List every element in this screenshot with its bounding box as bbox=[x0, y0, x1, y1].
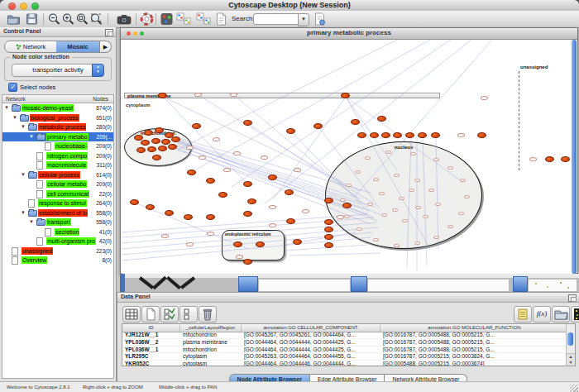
graph-node-small[interactable] bbox=[447, 225, 453, 228]
graph-node-white[interactable] bbox=[481, 96, 488, 100]
graph-node-orange[interactable] bbox=[151, 138, 160, 144]
graph-node-white[interactable] bbox=[199, 155, 206, 160]
tree-row[interactable]: ▼primary metabo209(... bbox=[2, 132, 113, 142]
graph-node-small[interactable] bbox=[373, 178, 379, 181]
tree-row[interactable]: nitrogen compo209(0) bbox=[2, 151, 113, 161]
graph-node-orange[interactable] bbox=[418, 132, 427, 138]
vizmapper-icon[interactable] bbox=[160, 12, 174, 26]
graph-node-orange[interactable] bbox=[152, 155, 161, 160]
graph-node-orange[interactable] bbox=[393, 132, 402, 138]
table-row[interactable]: YKR052Ccytoplasm[GO:0044464, GO:0044446,… bbox=[122, 361, 567, 366]
attribute-select-icon[interactable] bbox=[122, 306, 141, 323]
graph-node-orange[interactable] bbox=[286, 128, 295, 134]
table-scrollbar-arrows[interactable]: ▲▼ bbox=[567, 353, 575, 366]
graph-node-orange[interactable] bbox=[187, 170, 196, 175]
graph-node-small[interactable] bbox=[414, 179, 420, 182]
graph-node-white[interactable] bbox=[302, 209, 309, 213]
zoom-out-icon[interactable] bbox=[47, 12, 61, 26]
search-options-icon[interactable] bbox=[313, 12, 327, 26]
expand-arrow-icon[interactable]: ▼ bbox=[4, 105, 9, 111]
graph-node-orange[interactable] bbox=[370, 132, 379, 138]
union-networks-icon[interactable] bbox=[195, 12, 212, 26]
graph-node-orange[interactable] bbox=[206, 178, 215, 184]
graph-node-orange[interactable] bbox=[324, 234, 333, 240]
graph-node-small[interactable] bbox=[367, 203, 373, 206]
graph-node-orange[interactable] bbox=[561, 156, 570, 162]
graph-node-orange[interactable] bbox=[324, 242, 333, 248]
graph-node-orange[interactable] bbox=[377, 116, 386, 122]
tree-row[interactable]: ▼metabolic process280(0) bbox=[2, 122, 113, 132]
graph-node-white[interactable] bbox=[269, 205, 276, 209]
graph-node-white[interactable] bbox=[213, 137, 220, 141]
graph-node-white[interactable] bbox=[186, 242, 194, 246]
graph-node-orange[interactable] bbox=[268, 174, 277, 180]
graph-node-orange[interactable] bbox=[192, 123, 201, 129]
table-row[interactable]: YLR295Ccytoplasm[GO:0045263, GO:0044464,… bbox=[122, 353, 567, 361]
graph-node-orange[interactable] bbox=[293, 239, 302, 245]
tree-row[interactable]: ▼biological_process651(0) bbox=[2, 113, 113, 123]
close-window-button[interactable] bbox=[8, 2, 16, 10]
graph-node-orange[interactable] bbox=[155, 127, 164, 133]
graph-node-orange[interactable] bbox=[324, 198, 333, 203]
graph-node-small[interactable] bbox=[379, 192, 385, 195]
table-row[interactable]: YPL036W__2plasma membrane[GO:0044464, GO… bbox=[122, 339, 567, 347]
graph-node-orange[interactable] bbox=[206, 214, 215, 220]
select-attributes-icon[interactable] bbox=[160, 306, 179, 323]
tree-row[interactable]: ▼cellular process614(0) bbox=[2, 170, 113, 180]
graph-node-orange[interactable] bbox=[342, 203, 352, 208]
graph-node-white[interactable] bbox=[236, 255, 243, 259]
graph-node-white[interactable] bbox=[337, 215, 344, 219]
tree-row[interactable]: Overview8(0) bbox=[2, 256, 113, 265]
graph-node-white[interactable] bbox=[223, 168, 231, 172]
minimize-window-button[interactable] bbox=[20, 2, 27, 10]
tree-row[interactable]: response to stimul264(0) bbox=[2, 198, 113, 208]
network-canvas[interactable]: plasma membrane cytoplasm mitochondrion … bbox=[122, 40, 572, 274]
notepad-icon[interactable] bbox=[514, 306, 532, 323]
tab-mosaic[interactable]: Mosaic bbox=[56, 41, 100, 53]
tree-row[interactable]: nucleobase-209(0) bbox=[2, 141, 113, 151]
graph-node-orange[interactable] bbox=[351, 119, 360, 125]
annotation-icon[interactable] bbox=[214, 12, 228, 26]
tree-row[interactable]: cellular metabo209(0) bbox=[2, 179, 113, 189]
graph-node-small[interactable] bbox=[381, 213, 387, 217]
graph-node-small[interactable] bbox=[346, 184, 352, 187]
table-vertical-scrollbar[interactable]: ▲▼ bbox=[566, 324, 575, 366]
graph-node-orange[interactable] bbox=[218, 192, 227, 198]
graph-node-orange[interactable] bbox=[243, 259, 252, 265]
graph-node-white[interactable] bbox=[186, 146, 194, 150]
graph-node-orange[interactable] bbox=[243, 181, 252, 187]
graph-node-small[interactable] bbox=[409, 189, 414, 192]
graph-node-small[interactable] bbox=[373, 238, 379, 241]
graph-node-orange[interactable] bbox=[431, 132, 440, 138]
zoom-window-button[interactable] bbox=[31, 2, 39, 10]
float-panel-icon[interactable] bbox=[105, 29, 113, 36]
graph-node-small[interactable] bbox=[464, 195, 470, 198]
resize-grip[interactable] bbox=[570, 385, 578, 392]
graph-node-orange[interactable] bbox=[324, 219, 333, 225]
expand-arrow-icon[interactable]: ▼ bbox=[21, 210, 26, 216]
dropdown-stepper-icon[interactable]: ▲▼ bbox=[92, 64, 104, 77]
attribute-matrix-icon[interactable] bbox=[571, 306, 579, 323]
graph-node-white[interactable] bbox=[261, 155, 268, 160]
graph-node-small[interactable] bbox=[340, 198, 346, 202]
graph-node-small[interactable] bbox=[423, 215, 428, 218]
graph-node-orange[interactable] bbox=[324, 227, 333, 232]
expand-arrow-icon[interactable]: ▼ bbox=[29, 134, 34, 140]
help-lifering-icon[interactable] bbox=[140, 12, 154, 26]
save-session-icon[interactable] bbox=[25, 12, 39, 26]
graph-node-orange[interactable] bbox=[256, 241, 265, 247]
graph-node-small[interactable] bbox=[392, 208, 398, 212]
zoom-view-button[interactable] bbox=[140, 31, 144, 36]
zoom-in-icon[interactable] bbox=[61, 12, 75, 26]
graph-node-white[interactable] bbox=[194, 93, 202, 97]
graph-node-orange[interactable] bbox=[247, 198, 256, 204]
graph-node-small[interactable] bbox=[435, 203, 441, 206]
select-nodes-checkbox[interactable]: ✓ bbox=[8, 83, 17, 92]
new-attribute-icon[interactable] bbox=[141, 306, 160, 323]
graph-node-white[interactable] bbox=[269, 223, 276, 227]
graph-node-orange[interactable] bbox=[285, 189, 294, 195]
graph-node-small[interactable] bbox=[356, 227, 362, 231]
merge-networks-icon[interactable] bbox=[175, 12, 192, 26]
close-view-button[interactable] bbox=[127, 31, 131, 36]
graph-node-small[interactable] bbox=[385, 151, 391, 154]
